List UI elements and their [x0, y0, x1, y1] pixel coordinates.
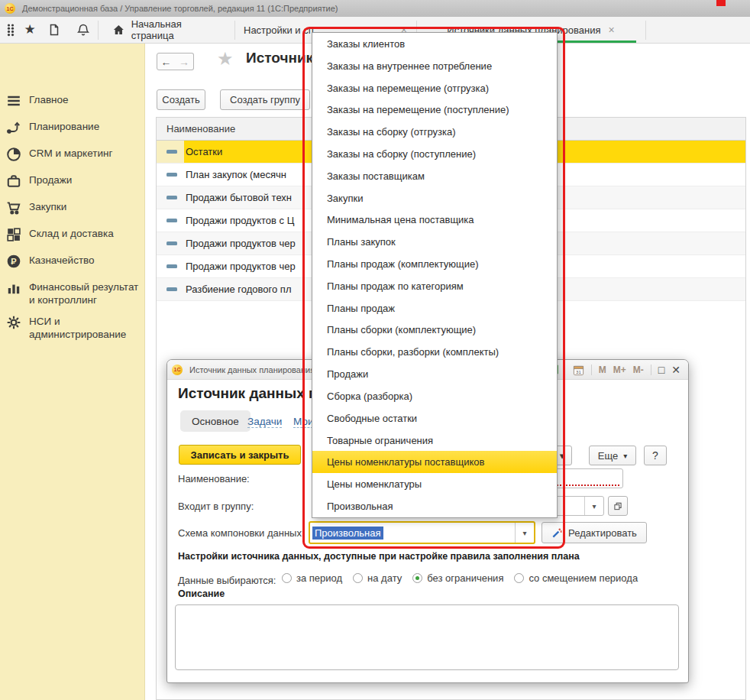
tab-label: Настройки и сп — [244, 24, 314, 36]
sidebar-item-planning[interactable]: Планирование — [6, 120, 141, 135]
sidebar-item-crm-pie[interactable]: CRM и маркетинг — [6, 147, 141, 162]
sidebar-item-label: Казначейство — [29, 254, 141, 269]
calendar-icon[interactable]: 31 — [573, 365, 584, 376]
sidebar-item-treasury-ruble[interactable]: P Казначейство — [6, 254, 141, 269]
m-minus-button[interactable]: M- — [633, 365, 644, 375]
dropdown-item[interactable]: Заказы на сборку (поступление) — [312, 143, 557, 165]
open-reference-icon — [613, 501, 622, 511]
row-marker-icon — [166, 287, 177, 291]
radio-dot-icon — [282, 573, 292, 583]
back-button[interactable]: ← — [157, 53, 176, 70]
sidebar-item-purchases-cart[interactable]: Закупки — [6, 200, 141, 216]
svg-text:31: 31 — [576, 369, 581, 374]
row-marker-icon — [166, 196, 177, 199]
finance-bars-icon — [6, 280, 21, 296]
tab-separator — [645, 21, 646, 40]
dropdown-item[interactable]: Планы сборки (комплектующие) — [312, 319, 557, 342]
dialog-tab-tasks[interactable]: Задачи — [247, 416, 282, 428]
favorite-star-icon[interactable]: ★ — [217, 48, 234, 70]
dropdown-item[interactable]: Закупки — [312, 187, 557, 209]
data-select-radio-group: за период на дату без ограничения со сме… — [282, 572, 638, 584]
radio-label: на дату — [367, 572, 402, 584]
dropdown-item[interactable]: Заказы поставщикам — [312, 165, 557, 187]
edit-button-label: Редактировать — [568, 527, 637, 539]
radio-option[interactable]: за период — [282, 572, 342, 584]
name-label: Наименование: — [178, 473, 250, 484]
help-button[interactable]: ? — [644, 446, 667, 465]
save-close-button[interactable]: Записать и закрыть — [179, 445, 301, 465]
toolbar-separator — [98, 21, 99, 40]
dropdown-item[interactable]: Планы сборки, разборки (комплекты) — [312, 341, 557, 363]
sidebar-item-admin-gear[interactable]: НСИ и администрирование — [6, 315, 141, 341]
dropdown-item[interactable]: Сборка (разборка) — [312, 385, 557, 407]
schema-value-field[interactable]: Произвольная — [310, 523, 515, 543]
dropdown-item[interactable]: Заказы на внутреннее потребление — [312, 55, 557, 77]
radio-label: за период — [296, 572, 342, 584]
dropdown-item[interactable]: Цены номенклатуры поставщиков — [312, 451, 557, 473]
favorites-star-icon[interactable]: ★ — [23, 23, 37, 37]
schema-dropdown-button[interactable]: ▾ — [515, 523, 534, 543]
row-marker-icon — [166, 241, 177, 245]
dropdown-item[interactable]: Свободные остатки — [312, 407, 557, 429]
dropdown-item[interactable]: Заказы клиентов — [312, 33, 557, 55]
application-window: 1С Демонстрационная база / Управление то… — [0, 0, 750, 700]
forward-button[interactable]: → — [175, 53, 194, 70]
more-button-label: Еще — [598, 450, 618, 462]
row-name: План закупок (месячн — [186, 169, 286, 180]
sidebar-item-sections-menu[interactable]: Главное — [6, 93, 141, 109]
planning-icon — [6, 120, 21, 135]
radio-dot-icon — [412, 573, 422, 583]
dropdown-item[interactable]: Планы закупок — [312, 231, 557, 253]
row-marker-icon — [166, 173, 177, 177]
sidebar-item-finance-bars[interactable]: Финансовый результат и контроллинг — [6, 280, 141, 306]
dropdown-item[interactable]: Заказы на сборку (отгрузка) — [312, 121, 557, 143]
history-icon[interactable] — [47, 23, 61, 37]
dropdown-item[interactable]: Планы продаж (комплектующие) — [312, 253, 557, 275]
sidebar-item-sales-bag[interactable]: Продажи — [6, 173, 141, 189]
warehouse-grid-icon — [6, 227, 21, 242]
radio-label: без ограничения — [427, 572, 503, 584]
m-plus-button[interactable]: M+ — [613, 365, 626, 375]
dropdown-item[interactable]: Планы продаж по категориям — [312, 275, 557, 297]
close-button[interactable]: ✕ — [671, 365, 680, 375]
dialog-tab-my[interactable]: Мои — [293, 416, 313, 428]
radio-option[interactable]: со смещением периода — [514, 572, 638, 584]
maximize-button[interactable]: □ — [658, 365, 664, 375]
dropdown-item[interactable]: Цены номенклатуры — [312, 473, 557, 495]
group-open-button[interactable] — [608, 496, 628, 516]
schema-selected-text: Произвольная — [312, 527, 383, 540]
dropdown-item[interactable]: Планы продаж — [312, 297, 557, 319]
dropdown-item[interactable]: Произвольная — [312, 495, 557, 517]
description-label: Описание — [178, 588, 225, 599]
m-button[interactable]: M — [599, 365, 606, 375]
dropdown-item[interactable]: Заказы на перемещение (поступление) — [312, 99, 557, 121]
more-button[interactable]: Еще ▾ — [589, 446, 636, 465]
create-button[interactable]: Создать — [157, 89, 205, 110]
onec-logo-icon: 1С — [5, 3, 15, 14]
dropdown-item[interactable]: Продажи — [312, 363, 557, 385]
dialog-tab-main[interactable]: Основное — [180, 410, 251, 432]
svg-text:P: P — [11, 257, 17, 266]
description-textarea[interactable] — [175, 604, 679, 670]
radio-option[interactable]: на дату — [353, 572, 402, 584]
row-marker-icon — [166, 150, 177, 154]
dropdown-item[interactable]: Заказы на перемещение (отгрузка) — [312, 77, 557, 99]
dropdown-item[interactable]: Минимальная цена поставщика — [312, 209, 557, 232]
edit-button[interactable]: Редактировать — [541, 522, 647, 543]
group-dropdown-button[interactable]: ▾ — [584, 497, 603, 515]
apps-menu-icon[interactable] — [5, 23, 18, 37]
sidebar-item-warehouse-grid[interactable]: Склад и доставка — [6, 227, 141, 242]
schema-combo[interactable]: Произвольная ▾ — [309, 521, 535, 544]
tab-home[interactable]: Начальная страница — [103, 17, 234, 43]
create-group-button[interactable]: Создать группу — [220, 89, 310, 110]
sections-menu-icon — [6, 93, 21, 109]
sidebar-item-label: Планирование — [29, 120, 141, 135]
tab-close-icon[interactable]: × — [609, 24, 615, 36]
radio-option[interactable]: без ограничения — [412, 572, 503, 584]
purchases-cart-icon — [6, 200, 21, 216]
admin-gear-icon — [6, 315, 21, 330]
dropdown-item[interactable]: Товарные ограничения — [312, 429, 557, 452]
sales-bag-icon — [6, 173, 21, 189]
schema-dropdown-list: Заказы клиентовЗаказы на внутреннее потр… — [312, 32, 558, 518]
notifications-bell-icon[interactable] — [76, 23, 90, 37]
